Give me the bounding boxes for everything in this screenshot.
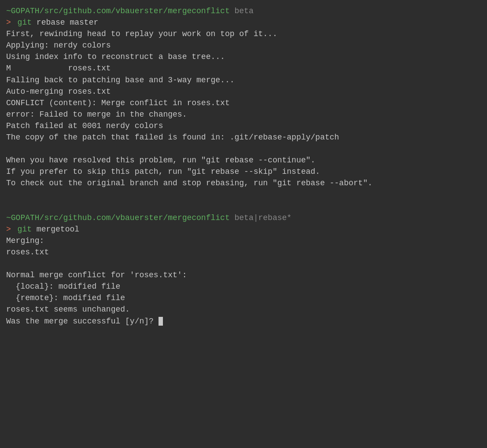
command-git: git	[18, 225, 37, 234]
output-line: {remote}: modified file	[6, 292, 481, 304]
output-line: roses.txt seems unchanged.	[6, 304, 481, 315]
output-line: CONFLICT (content): Merge conflict in ro…	[6, 97, 481, 109]
output-line: Auto-merging roses.txt	[6, 86, 481, 97]
empty-line	[6, 189, 481, 201]
output-line: Merging:	[6, 235, 481, 246]
input-prompt-line[interactable]: Was the merge successful [y/n]?	[6, 316, 481, 327]
output-line: {local}: modified file	[6, 281, 481, 292]
output-line: To check out the original branch and sto…	[6, 177, 481, 189]
input-prompt-text: Was the merge successful [y/n]?	[6, 317, 159, 326]
terminal-cursor	[159, 317, 163, 326]
prompt-path: ~GOPATH/src/github.com/vbauerster/mergec…	[6, 7, 230, 15]
output-line: When you have resolved this problem, run…	[6, 154, 481, 166]
command-args: mergetool	[37, 225, 79, 234]
prompt-arrow: >	[6, 225, 16, 234]
empty-line	[6, 258, 481, 269]
command-line: > git mergetool	[6, 224, 481, 235]
output-line: Normal merge conflict for 'roses.txt':	[6, 269, 481, 281]
prompt-path: ~GOPATH/src/github.com/vbauerster/mergec…	[6, 213, 230, 222]
prompt-path-line: ~GOPATH/src/github.com/vbauerster/mergec…	[6, 5, 481, 17]
output-line: Using index info to reconstruct a base t…	[6, 51, 481, 62]
prompt-arrow: >	[6, 18, 16, 27]
output-line: error: Failed to merge in the changes.	[6, 109, 481, 120]
output-line: Falling back to patching base and 3-way …	[6, 74, 481, 86]
command-args: rebase master	[37, 18, 98, 27]
output-line: M roses.txt	[6, 62, 481, 74]
output-line: roses.txt	[6, 246, 481, 258]
prompt-branch: beta|rebase*	[230, 213, 291, 222]
terminal-window: ~GOPATH/src/github.com/vbauerster/mergec…	[6, 5, 481, 327]
prompt-path-line: ~GOPATH/src/github.com/vbauerster/mergec…	[6, 212, 481, 224]
prompt-branch: beta	[230, 7, 254, 15]
output-line: Patch failed at 0001 nerdy colors	[6, 120, 481, 132]
empty-line	[6, 201, 481, 212]
output-line: The copy of the patch that failed is fou…	[6, 132, 481, 143]
command-line: > git rebase master	[6, 17, 481, 28]
output-line: First, rewinding head to replay your wor…	[6, 28, 481, 40]
command-git: git	[18, 18, 37, 27]
empty-line	[6, 143, 481, 154]
output-line: If you prefer to skip this patch, run "g…	[6, 166, 481, 177]
output-line: Applying: nerdy colors	[6, 40, 481, 51]
